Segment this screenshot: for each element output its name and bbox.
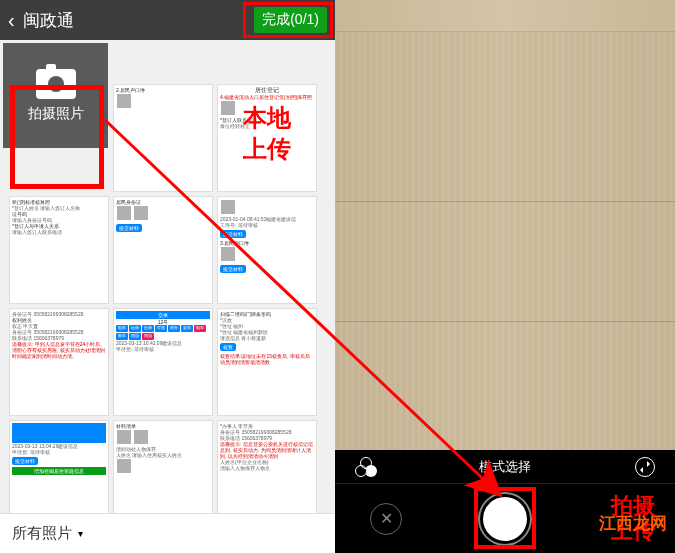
thumb-text: 工序号: 等待审核 xyxy=(220,222,314,228)
placeholder-icon xyxy=(134,430,148,444)
thumb-text: 人姓名 请输入住房核实人姓名 xyxy=(116,452,210,458)
header-title: 闽政通 xyxy=(23,9,255,32)
submit-button: 提交材料 xyxy=(220,265,246,273)
back-icon[interactable]: ‹ xyxy=(8,9,15,32)
thumbnail[interactable]: 2.居民户口簿 xyxy=(113,84,213,192)
tag: 社保 xyxy=(142,325,154,332)
photo-picker-screen: ‹ 闽政通 完成(0/1) 拍摄照片 2.居民户口簿 居 xyxy=(0,0,335,553)
annotation-local-upload: 本地 上传 xyxy=(243,102,291,164)
thumb-text: 2.居民户口簿 xyxy=(116,87,210,93)
thumb-text: 甲待党: 等待审核 xyxy=(116,346,210,352)
thumb-text: 材料清单 xyxy=(116,423,210,429)
watermark: 江西龙网 xyxy=(599,512,667,535)
thumb-text: 温馨提示: 甲到人信息发字符在24小时后, 清明心存有核实房医, 核实后动力处理… xyxy=(12,341,106,359)
thumb-header: 交单 xyxy=(116,311,210,319)
submit-button: 提交材料 xyxy=(220,230,246,238)
annotation-box-shutter xyxy=(474,487,536,549)
thumb-text: 3.居民户口簿 xyxy=(220,240,314,246)
thumbnail[interactable]: 2023-01-04 08:41:53福建省建设信 工序号: 等待审核 提交材料… xyxy=(217,196,317,304)
submit-button: 提交材料 xyxy=(12,457,38,465)
thumbnail[interactable]: 居民身份证 提交材料 xyxy=(113,196,213,304)
thumb-text: 居民身份证 xyxy=(116,199,210,205)
placeholder-icon xyxy=(221,200,235,214)
placeholder-icon xyxy=(221,101,235,115)
tag: 新车 xyxy=(116,333,128,340)
thumbnail[interactable]: 扫描二维码/门牌条形码 *汉族 *住址 福州 *住址 福建省福州新区 请选信息 … xyxy=(217,308,317,416)
tag: 电车 xyxy=(116,325,128,332)
dropdown-icon[interactable]: ▾ xyxy=(78,528,83,539)
all-photos-dropdown[interactable]: 所有照片 xyxy=(12,524,72,543)
mode-row: 模式选择 xyxy=(335,450,675,484)
thumbnail[interactable]: 2023-03-13 13:04:29建设信息 甲待党: 等待审核 提交材料 增… xyxy=(9,420,109,513)
thumb-text: 请选信息 再小巷道新 xyxy=(220,335,314,341)
add-button: 增加在闽居住家庭信息 xyxy=(12,467,106,475)
header-bar: ‹ 闽政通 完成(0/1) xyxy=(0,0,335,40)
thumbnail[interactable]: 材料清单 清到动处人物保存 人姓名 请输入住房核实人姓名 xyxy=(113,420,213,513)
thumb-text: 清输入人物保存人物名 xyxy=(220,465,314,471)
thumb-header: 居住登记 xyxy=(220,87,314,94)
placeholder-icon xyxy=(117,206,131,220)
placeholder-icon xyxy=(117,459,131,473)
bottom-bar: 所有照片 ▾ xyxy=(0,513,335,553)
effects-icon[interactable] xyxy=(355,457,375,477)
thumbnail[interactable]: *办事人 李芳美 身份证号 350582199308285528 联系电话 15… xyxy=(217,420,317,513)
cancel-button[interactable]: ✕ xyxy=(370,503,402,535)
camera-screen: 模式选择 ✕ 拍摄 上传 xyxy=(335,0,675,553)
thumb-text: 核查结果:该地址未在15核查后, 审核后后动员清到清客场清清数 xyxy=(220,353,314,365)
tag: 可洗 xyxy=(155,325,167,332)
annotation-box-complete xyxy=(243,2,333,38)
camera-controls: 模式选择 ✕ 拍摄 上传 xyxy=(335,450,675,553)
tag: 税务 xyxy=(168,325,180,332)
mode-label[interactable]: 模式选择 xyxy=(479,458,531,476)
tag: 同游 xyxy=(129,333,141,340)
submit-button: 提交材料 xyxy=(116,224,142,232)
placeholder-icon xyxy=(117,94,131,108)
thumbnail[interactable]: 身份证号 350582199308285528 权利姓名 权志 申天置 身份证号… xyxy=(9,308,109,416)
thumbnail[interactable]: 租(贷)标准核算照 *登订人姓名 请输入签订人名称 证号码 请输入身份证号码 *… xyxy=(9,196,109,304)
annotation-box-camera xyxy=(10,85,104,189)
flip-camera-icon[interactable] xyxy=(635,457,655,477)
status-bar xyxy=(335,0,675,32)
thumb-text: 请输入签订人联系电话 xyxy=(12,229,106,235)
placeholder-icon xyxy=(117,430,131,444)
tag-row: 电车 医保 社保 可洗 税务 定车 电车 新车 同游 同游 xyxy=(116,325,210,340)
placeholder-icon xyxy=(221,247,235,261)
blue-area xyxy=(12,423,106,443)
thumb-text: 温馨提示: 信息登安公安机关进行核信记信息到, 核实后动力, 为同员清到清请计人… xyxy=(220,441,314,459)
camera-viewfinder xyxy=(335,32,675,450)
thumbnail[interactable]: 交单 12号 电车 医保 社保 可洗 税务 定车 电车 新车 同游 同游 2 xyxy=(113,308,213,416)
verify-button: 核查 xyxy=(220,343,236,351)
photo-grid: 拍摄照片 2.居民户口簿 居住登记 4.福建省流动人口居住登记凭[拍照]保存照 … xyxy=(0,40,335,513)
placeholder-icon xyxy=(134,206,148,220)
tag: 定车 xyxy=(181,325,193,332)
thumb-text: 甲待党: 等待审核 xyxy=(12,449,106,455)
tag: 电车 xyxy=(194,325,206,332)
tag: 医保 xyxy=(129,325,141,332)
tag: 同游 xyxy=(142,333,154,340)
thumb-text: 4.福建省流动人口居住登记凭[拍照]保存照 xyxy=(220,94,314,100)
